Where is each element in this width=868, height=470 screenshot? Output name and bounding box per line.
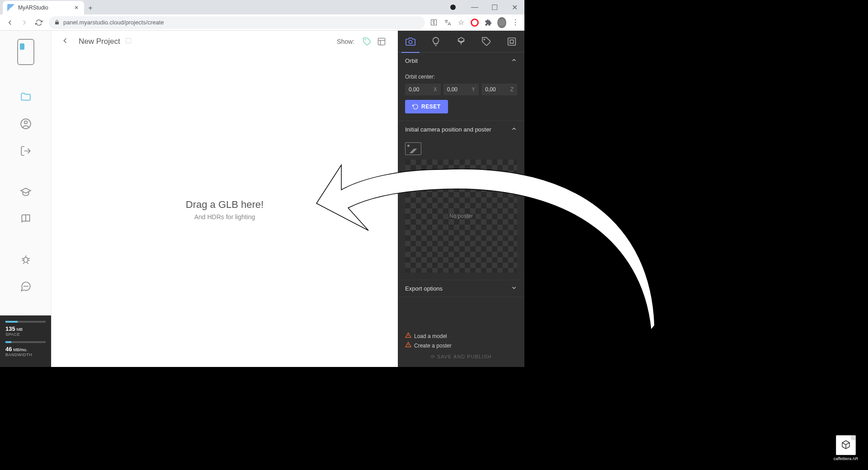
desktop-area: caffettiera AR xyxy=(524,0,868,470)
phone-preview-icon[interactable] xyxy=(17,39,34,65)
key-icon[interactable]: ⚿ xyxy=(429,18,439,27)
section-export-header[interactable]: Export options xyxy=(398,280,524,297)
svg-point-4 xyxy=(26,286,26,287)
orbit-center-label: Orbit center: xyxy=(405,74,517,80)
main-canvas[interactable]: New Project Show: Drag a GLB here! And H… xyxy=(52,31,398,367)
poster-preview[interactable]: No poster xyxy=(405,160,517,273)
svg-point-10 xyxy=(484,39,485,40)
translate-icon[interactable] xyxy=(443,18,452,27)
browser-menu-icon[interactable]: ⋮ xyxy=(511,18,520,27)
warning-icon xyxy=(405,342,411,349)
tab-close-icon[interactable]: ✕ xyxy=(73,5,80,11)
browser-title-bar: MyARStudio ✕ + — ☐ ✕ xyxy=(0,0,524,14)
glb-file-icon xyxy=(836,435,856,455)
opera-extension-icon[interactable] xyxy=(470,18,479,27)
tab-title: MyARStudio xyxy=(18,5,73,11)
drop-title: Drag a GLB here! xyxy=(186,199,264,211)
tab-camera[interactable] xyxy=(401,33,420,51)
profile-avatar-icon[interactable] xyxy=(497,18,506,27)
no-poster-text: No poster xyxy=(449,213,473,219)
svg-point-3 xyxy=(24,286,24,287)
usage-panel: 135 MB SPACE 46 MB/mo. BANDWIDTH xyxy=(0,315,51,367)
tab-lighting[interactable] xyxy=(427,33,445,51)
space-label: SPACE xyxy=(5,332,46,337)
chevron-up-icon xyxy=(511,57,517,65)
svg-point-9 xyxy=(409,40,412,43)
reset-label: RESET xyxy=(421,103,441,110)
recording-indicator-icon xyxy=(450,5,456,10)
url-input[interactable]: panel.myarstudio.cloud/projects/create xyxy=(49,16,425,29)
bw-value: 46 xyxy=(5,346,12,352)
rename-icon[interactable] xyxy=(125,37,132,46)
sidebar-logout-icon[interactable] xyxy=(16,141,36,161)
window-minimize-button[interactable]: — xyxy=(465,0,485,14)
browser-tab[interactable]: MyARStudio ✕ xyxy=(3,1,84,14)
sidebar-account-icon[interactable] xyxy=(16,114,36,134)
sidebar-learn-icon[interactable] xyxy=(16,182,36,202)
show-label: Show: xyxy=(337,38,354,45)
export-title: Export options xyxy=(405,285,443,292)
reset-button[interactable]: RESET xyxy=(405,100,448,113)
tab-favicon xyxy=(7,4,14,11)
browser-address-bar: panel.myarstudio.cloud/projects/create ⚿… xyxy=(0,14,524,31)
tab-materials[interactable] xyxy=(452,33,470,51)
show-hotspots-icon[interactable] xyxy=(360,34,374,49)
window-close-button[interactable]: ✕ xyxy=(505,0,524,14)
nav-back-button[interactable] xyxy=(3,15,17,30)
tab-ar[interactable] xyxy=(503,33,521,51)
chevron-up-icon xyxy=(511,126,517,133)
file-name: caffettiera AR xyxy=(834,456,858,461)
lock-icon xyxy=(54,19,60,27)
svg-rect-11 xyxy=(508,38,516,45)
svg-point-1 xyxy=(24,121,27,124)
nav-forward-button[interactable] xyxy=(17,15,32,30)
chevron-down-icon xyxy=(511,285,517,292)
nav-reload-button[interactable] xyxy=(32,15,46,30)
warning-icon xyxy=(405,332,411,340)
orbit-title: Orbit xyxy=(405,57,418,64)
warning-load-model: Load a model xyxy=(405,332,517,340)
svg-point-5 xyxy=(27,286,28,287)
orbit-z-input[interactable]: 0,00 Z xyxy=(481,84,517,95)
publish-button[interactable]: ⟳ SAVE AND PUBLISH xyxy=(405,354,517,360)
warning-create-poster: Create a poster xyxy=(405,342,517,349)
svg-rect-8 xyxy=(378,38,385,45)
orbit-y-input[interactable]: 0,00 Y xyxy=(443,84,479,95)
back-button[interactable] xyxy=(61,36,70,47)
camera-title: Initial camera position and poster xyxy=(405,126,491,133)
drop-subtitle: And HDRs for lighting xyxy=(194,213,255,221)
space-unit: MB xyxy=(16,327,23,332)
app-sidebar: 135 MB SPACE 46 MB/mo. BANDWIDTH xyxy=(0,31,52,367)
bw-unit: MB/mo. xyxy=(13,348,27,352)
url-text: panel.myarstudio.cloud/projects/create xyxy=(63,19,164,26)
section-orbit-header[interactable]: Orbit xyxy=(398,52,524,69)
tab-hotspots[interactable] xyxy=(477,33,495,51)
sidebar-feedback-icon[interactable] xyxy=(16,277,36,296)
svg-rect-6 xyxy=(126,38,131,43)
window-maximize-button[interactable]: ☐ xyxy=(485,0,505,14)
project-title: New Project xyxy=(79,37,120,46)
orbit-x-input[interactable]: 0,00 X xyxy=(405,84,441,95)
bookmark-star-icon[interactable]: ☆ xyxy=(457,18,466,27)
poster-thumb-icon[interactable] xyxy=(405,142,421,155)
dragged-file[interactable]: caffettiera AR xyxy=(833,435,859,461)
section-camera-header[interactable]: Initial camera position and poster xyxy=(398,121,524,138)
sidebar-debug-icon[interactable] xyxy=(16,249,36,269)
inspector-panel: Orbit Orbit center: 0,00 X 0,00 xyxy=(398,31,524,367)
new-tab-button[interactable]: + xyxy=(84,2,97,14)
sidebar-docs-icon[interactable] xyxy=(16,209,36,229)
show-layout-icon[interactable] xyxy=(374,34,389,49)
svg-point-7 xyxy=(365,39,366,40)
svg-rect-2 xyxy=(24,258,28,263)
extensions-icon[interactable] xyxy=(484,18,493,27)
sidebar-projects-icon[interactable] xyxy=(16,87,36,107)
space-value: 135 xyxy=(5,325,15,332)
bw-label: BANDWIDTH xyxy=(5,352,46,357)
